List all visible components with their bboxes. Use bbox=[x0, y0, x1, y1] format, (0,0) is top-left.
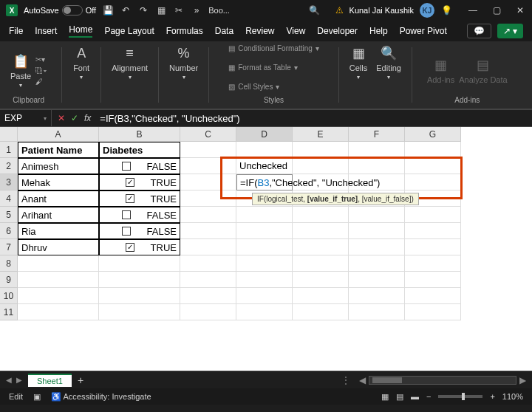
row-header-11[interactable]: 11 bbox=[0, 304, 18, 320]
sheet-icon[interactable]: ▦ bbox=[155, 4, 167, 16]
cell-D1[interactable] bbox=[236, 142, 293, 158]
conditional-formatting-button[interactable]: ▤Conditional Formatting ▾ bbox=[228, 40, 319, 56]
sheet-nav-next-icon[interactable]: ▶ bbox=[16, 376, 22, 384]
col-header-B[interactable]: B bbox=[99, 127, 180, 142]
cell-F9[interactable] bbox=[349, 272, 405, 288]
sheet-nav-prev-icon[interactable]: ◀ bbox=[6, 376, 12, 384]
cell-C9[interactable] bbox=[180, 272, 236, 288]
maximize-icon[interactable]: ▢ bbox=[491, 4, 502, 16]
addins-button[interactable]: ▦ Add-ins bbox=[427, 56, 454, 84]
menu-formulas[interactable]: Formulas bbox=[166, 26, 203, 36]
cell-C10[interactable] bbox=[180, 288, 236, 304]
scroll-right-icon[interactable]: ▶ bbox=[519, 375, 526, 385]
save-icon[interactable]: 💾 bbox=[102, 4, 114, 16]
cell-B5[interactable]: FALSE bbox=[99, 207, 180, 223]
lightbulb-icon[interactable]: 💡 bbox=[440, 4, 452, 16]
chevron-down-icon[interactable]: ▾ bbox=[44, 115, 47, 122]
cell-E9[interactable] bbox=[293, 272, 349, 288]
cell-A10[interactable] bbox=[18, 288, 99, 304]
cell-G1[interactable] bbox=[405, 142, 461, 158]
col-header-G[interactable]: G bbox=[405, 127, 461, 142]
checkbox-icon[interactable] bbox=[126, 194, 134, 203]
cell-C3[interactable] bbox=[180, 174, 236, 190]
cell-D10[interactable] bbox=[236, 288, 293, 304]
spreadsheet-grid[interactable]: ABCDEFG 1234567891011 Patient NameDiabet… bbox=[0, 127, 532, 371]
cell-B2[interactable]: FALSE bbox=[99, 158, 180, 174]
cell-B7[interactable]: TRUE bbox=[99, 239, 180, 255]
cells-group[interactable]: ▦ Cells▾ bbox=[349, 44, 367, 106]
view-layout-icon[interactable]: ▤ bbox=[396, 392, 403, 402]
row-header-2[interactable]: 2 bbox=[0, 158, 18, 174]
menu-developer[interactable]: Developer bbox=[317, 26, 358, 36]
comments-button[interactable]: 💬 bbox=[467, 24, 491, 38]
menu-page-layout[interactable]: Page Layout bbox=[104, 26, 154, 36]
row-header-10[interactable]: 10 bbox=[0, 288, 18, 304]
row-header-7[interactable]: 7 bbox=[0, 239, 18, 255]
cell-F5[interactable] bbox=[349, 207, 405, 223]
undo-icon[interactable]: ↶ bbox=[120, 4, 132, 16]
cell-E5[interactable] bbox=[293, 207, 349, 223]
cell-G3[interactable] bbox=[405, 174, 461, 190]
cell-D6[interactable] bbox=[236, 223, 293, 239]
cell-A11[interactable] bbox=[18, 304, 99, 320]
zoom-in-icon[interactable]: + bbox=[490, 392, 494, 401]
cell-C4[interactable] bbox=[180, 190, 236, 207]
col-header-C[interactable]: C bbox=[180, 127, 236, 142]
format-painter-icon[interactable]: 🖌 bbox=[35, 78, 47, 86]
checkbox-icon[interactable] bbox=[122, 227, 131, 236]
new-sheet-button[interactable]: + bbox=[78, 374, 83, 386]
formula-input[interactable]: =IF(B3,"Checked", "Unchecked") bbox=[97, 113, 532, 124]
cell-G9[interactable] bbox=[405, 272, 461, 288]
cell-A4[interactable]: Anant bbox=[18, 190, 99, 207]
menu-insert[interactable]: Insert bbox=[35, 26, 57, 36]
menu-data[interactable]: Data bbox=[215, 26, 233, 36]
cell-B6[interactable]: FALSE bbox=[99, 223, 180, 239]
qat-overflow-icon[interactable]: » bbox=[191, 4, 202, 16]
toggle-off-icon[interactable] bbox=[62, 5, 83, 16]
checkbox-icon[interactable] bbox=[122, 162, 131, 171]
autosave-toggle[interactable]: AutoSave Off bbox=[24, 5, 96, 16]
cell-D2[interactable]: Unchecked bbox=[236, 158, 293, 174]
cell-F7[interactable] bbox=[349, 239, 405, 255]
format-as-table-button[interactable]: ▦Format as Table ▾ bbox=[228, 59, 319, 75]
editing-group[interactable]: 🔍 Editing▾ bbox=[376, 44, 401, 106]
row-header-5[interactable]: 5 bbox=[0, 207, 18, 223]
cell-C8[interactable] bbox=[180, 255, 236, 272]
cell-C6[interactable] bbox=[180, 223, 236, 239]
menu-review[interactable]: Review bbox=[245, 26, 274, 36]
menu-file[interactable]: File bbox=[9, 26, 23, 36]
cell-F10[interactable] bbox=[349, 288, 405, 304]
cell-C11[interactable] bbox=[180, 304, 236, 320]
user-avatar[interactable]: KJ bbox=[420, 3, 434, 18]
cell-G2[interactable] bbox=[405, 158, 461, 174]
cut-icon[interactable]: ✂ bbox=[173, 4, 185, 16]
cell-D5[interactable] bbox=[236, 207, 293, 223]
menu-power-pivot[interactable]: Power Pivot bbox=[400, 26, 447, 36]
cell-B3[interactable]: TRUE bbox=[99, 174, 180, 190]
warning-icon[interactable]: ⚠ bbox=[335, 5, 344, 16]
view-break-icon[interactable]: ▬ bbox=[411, 392, 419, 401]
tab-split-icon[interactable]: ⋮ bbox=[341, 375, 350, 385]
cell-G11[interactable] bbox=[405, 304, 461, 320]
cancel-formula-icon[interactable]: ✕ bbox=[58, 113, 65, 123]
cell-B9[interactable] bbox=[99, 272, 180, 288]
fx-icon[interactable]: fx bbox=[84, 113, 91, 123]
row-header-6[interactable]: 6 bbox=[0, 223, 18, 239]
cell-A6[interactable]: Ria bbox=[18, 223, 99, 239]
cell-B10[interactable] bbox=[99, 288, 180, 304]
cell-A8[interactable] bbox=[18, 255, 99, 272]
cell-B4[interactable]: TRUE bbox=[99, 190, 180, 207]
cell-A7[interactable]: Dhruv bbox=[18, 239, 99, 255]
checkbox-icon[interactable] bbox=[126, 243, 134, 252]
cell-G6[interactable] bbox=[405, 223, 461, 239]
cell-A1[interactable]: Patient Name bbox=[18, 142, 99, 158]
cell-A9[interactable] bbox=[18, 272, 99, 288]
close-icon[interactable]: ✕ bbox=[514, 4, 526, 16]
cell-D7[interactable] bbox=[236, 239, 293, 255]
cell-D3[interactable]: =IF(B3,"Checked", "Unchecked")IF(logical… bbox=[236, 174, 293, 190]
name-box[interactable]: EXP ▾ bbox=[0, 110, 52, 126]
cell-E11[interactable] bbox=[293, 304, 349, 320]
cell-F6[interactable] bbox=[349, 223, 405, 239]
cell-G10[interactable] bbox=[405, 288, 461, 304]
cell-E2[interactable] bbox=[293, 158, 349, 174]
